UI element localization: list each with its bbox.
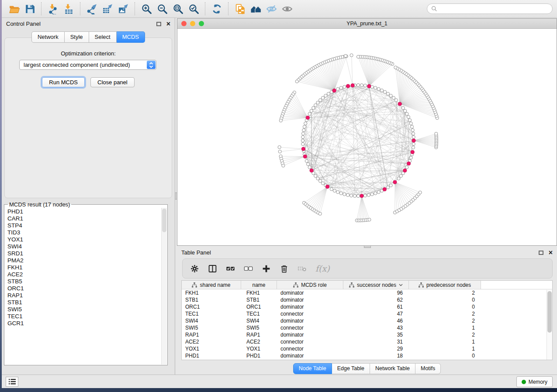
add-column-button[interactable]: [262, 264, 271, 273]
column-header-successor-nodes[interactable]: successor nodes: [343, 281, 409, 289]
search-icon: [431, 6, 437, 12]
column-header-predecessor-nodes[interactable]: predecessor nodes: [409, 281, 481, 289]
mcds-result-item[interactable]: RAP1: [7, 292, 161, 299]
mcds-result-list[interactable]: PHD1CAR1STP4TID3YOX1SWI4SRD1PMA2FKH1ACE2…: [5, 208, 161, 364]
mcds-result-item[interactable]: SWI4: [7, 243, 161, 250]
float-panel-icon[interactable]: [156, 22, 161, 26]
table-row[interactable]: TEC1TEC1connector472: [182, 310, 552, 317]
mcds-result-item[interactable]: ACE2: [7, 271, 161, 278]
export-image-button[interactable]: [115, 2, 131, 16]
table-row[interactable]: RAP1RAP1dominator352: [182, 331, 552, 338]
refresh-button[interactable]: [209, 2, 225, 16]
column-label: shared name: [200, 282, 230, 288]
cell-name: STB1: [241, 296, 277, 303]
tab-select[interactable]: Select: [89, 31, 117, 43]
deselect-all-button[interactable]: [244, 264, 253, 273]
mcds-result-item[interactable]: TEC1: [7, 313, 161, 320]
mcds-result-item[interactable]: ORC1: [7, 285, 161, 292]
show-all-icon: [282, 3, 293, 14]
zoom-fit-button[interactable]: [170, 2, 186, 16]
toggle-panes-button[interactable]: [208, 264, 217, 273]
mcds-result-item[interactable]: PHD1: [7, 208, 161, 215]
hide-selected-button[interactable]: [263, 2, 279, 16]
toolbar-icon-groups: [6, 2, 295, 16]
export-table-icon: [102, 3, 113, 14]
first-neighbors-icon: [250, 3, 261, 14]
memory-status-icon: [522, 380, 526, 384]
result-list-scrollbar[interactable]: [161, 208, 167, 364]
duplicate-network-button[interactable]: [232, 2, 248, 16]
zoom-in-icon: [141, 3, 152, 14]
show-all-button[interactable]: [279, 2, 295, 16]
cell-MCDS-role: dominator: [277, 296, 343, 303]
delete-column-button[interactable]: [280, 264, 289, 273]
table-tabs: Node TableEdge TableNetwork TableMotifs: [177, 363, 557, 374]
column-label: name: [252, 282, 265, 288]
cell-predecessor-nodes: 2: [409, 310, 481, 317]
close-table-panel-icon[interactable]: ×: [549, 251, 553, 255]
task-history-button[interactable]: [6, 377, 18, 387]
memory-button[interactable]: Memory: [516, 376, 553, 387]
cell-successor-nodes: 29: [343, 345, 409, 352]
select-all-icon: [226, 264, 235, 273]
mcds-result-item[interactable]: CAR1: [7, 215, 161, 222]
export-network-button[interactable]: [84, 2, 100, 16]
mcds-result-item[interactable]: GCR1: [7, 320, 161, 327]
node-table: shared namenameMCDS rolesuccessor nodesp…: [181, 280, 553, 360]
mcds-result-item[interactable]: STP4: [7, 222, 161, 229]
mcds-result-item[interactable]: YOX1: [7, 236, 161, 243]
first-neighbors-button[interactable]: [248, 2, 263, 16]
import-table-button[interactable]: [61, 2, 76, 16]
table-row[interactable]: STB1STB1dominator620: [182, 296, 552, 303]
mcds-result-item[interactable]: SWI5: [7, 306, 161, 313]
network-canvas[interactable]: [177, 29, 557, 245]
network-window-titlebar[interactable]: YPA_prune.txt_1: [177, 19, 557, 29]
import-network-button[interactable]: [45, 2, 61, 16]
tab-node-table[interactable]: Node Table: [293, 363, 332, 374]
zoom-selected-button[interactable]: [186, 2, 201, 16]
mcds-result-item[interactable]: STB1: [7, 299, 161, 306]
table-panel-title: Table Panel: [181, 249, 211, 256]
zoom-in-button[interactable]: [138, 2, 154, 16]
table-scrollbar[interactable]: [547, 290, 552, 360]
save-session-button[interactable]: [22, 2, 38, 16]
mcds-result-item[interactable]: FKH1: [7, 264, 161, 271]
horizontal-splitter-handle[interactable]: [364, 245, 371, 248]
hide-selected-icon: [266, 3, 277, 14]
table-row[interactable]: ACE2ACE2connector311: [182, 338, 552, 345]
search-input[interactable]: [440, 5, 548, 12]
tab-network[interactable]: Network: [31, 31, 65, 43]
run-mcds-button[interactable]: Run MCDS: [42, 77, 85, 87]
table-row[interactable]: PHD1PHD1dominator180: [182, 352, 552, 359]
close-panel-icon[interactable]: ×: [166, 22, 170, 26]
tab-network-table[interactable]: Network Table: [370, 363, 415, 374]
criterion-select[interactable]: largest connected component (undirected): [19, 60, 156, 70]
mcds-result-item[interactable]: TID3: [7, 229, 161, 236]
open-session-button[interactable]: [6, 2, 22, 16]
mcds-result-item[interactable]: PMA2: [7, 257, 161, 264]
tab-motifs[interactable]: Motifs: [415, 363, 441, 374]
settings-gear-button[interactable]: [190, 264, 199, 273]
tab-edge-table[interactable]: Edge Table: [332, 363, 370, 374]
tab-mcds[interactable]: MCDS: [117, 31, 145, 43]
export-network-icon: [86, 3, 97, 14]
float-table-panel-icon[interactable]: [539, 251, 543, 255]
export-table-button[interactable]: [100, 2, 115, 16]
zoom-out-button[interactable]: [154, 2, 170, 16]
import-network-icon: [48, 3, 59, 14]
select-all-button[interactable]: [226, 264, 235, 273]
table-row[interactable]: SWI4SWI4dominator462: [182, 317, 552, 324]
mcds-result-item[interactable]: SRD1: [7, 250, 161, 257]
tab-style[interactable]: Style: [65, 31, 89, 43]
cell-name: RAP1: [241, 331, 277, 338]
table-row[interactable]: ORC1ORC1dominator610: [182, 303, 552, 310]
table-row[interactable]: SWI5SWI5connector431: [182, 324, 552, 331]
close-panel-button[interactable]: Close panel: [90, 77, 135, 87]
column-header-MCDS-role[interactable]: MCDS role: [277, 281, 343, 289]
table-row[interactable]: FKH1FKH1dominator962: [182, 289, 552, 296]
table-row[interactable]: YOX1YOX1connector291: [182, 345, 552, 352]
column-header-shared-name[interactable]: shared name: [182, 281, 241, 289]
column-header-name[interactable]: name: [241, 281, 277, 289]
control-panel-titlebar: Control Panel ×: [2, 18, 175, 30]
mcds-result-item[interactable]: STB5: [7, 278, 161, 285]
